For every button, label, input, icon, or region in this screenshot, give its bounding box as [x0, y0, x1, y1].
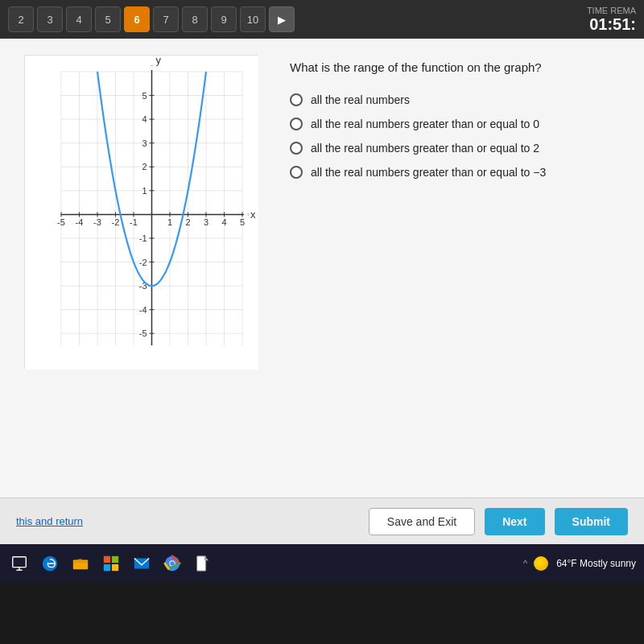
taskbar-system-tray: ^ 64°F Mostly sunny: [523, 556, 636, 571]
option-3-text: all the real numbers greater than or equ…: [311, 142, 539, 155]
main-content: What is the range of the function on the…: [0, 39, 644, 497]
next-tab-arrow[interactable]: ▶: [269, 6, 295, 32]
timer-label: TIME REMA: [587, 6, 636, 15]
taskbar-file-explorer-icon[interactable]: [69, 552, 92, 575]
next-button[interactable]: Next: [485, 508, 544, 535]
taskbar: ^ 64°F Mostly sunny: [0, 544, 644, 583]
radio-3[interactable]: [290, 142, 303, 155]
question-tabs: 2 3 4 5 6 7 8 9 10 ▶: [8, 6, 295, 32]
tab-4[interactable]: 4: [66, 6, 92, 32]
tab-7[interactable]: 7: [153, 6, 179, 32]
tab-9[interactable]: 9: [211, 6, 237, 32]
tab-2[interactable]: 2: [8, 6, 34, 32]
option-2[interactable]: all the real numbers greater than or equ…: [290, 118, 620, 130]
option-4-text: all the real numbers greater than or equ…: [311, 166, 546, 179]
taskbar-file-icon[interactable]: [192, 552, 214, 575]
svg-rect-7: [104, 564, 110, 571]
tab-8[interactable]: 8: [182, 6, 208, 32]
option-3[interactable]: all the real numbers greater than or equ…: [290, 142, 620, 155]
taskbar-edge-icon[interactable]: [39, 552, 61, 575]
option-4[interactable]: all the real numbers greater than or equ…: [290, 166, 620, 179]
radio-1[interactable]: [290, 93, 303, 106]
svg-rect-4: [73, 559, 88, 569]
radio-2[interactable]: [290, 118, 303, 130]
function-graph: [25, 56, 258, 369]
graph-area: [24, 55, 274, 481]
svg-rect-0: [13, 557, 27, 568]
svg-rect-8: [112, 564, 118, 571]
taskbar-mail-icon[interactable]: [130, 552, 153, 575]
taskbar-desktop-icon[interactable]: [8, 552, 31, 575]
taskbar-chrome-icon[interactable]: [161, 552, 184, 575]
bottom-buttons: Save and Exit Next Submit: [369, 508, 628, 535]
answer-options: all the real numbers all the real number…: [290, 93, 620, 179]
option-2-text: all the real numbers greater than or equ…: [311, 118, 539, 130]
taskbar-ms-store-icon[interactable]: [100, 552, 122, 575]
top-navigation-bar: 2 3 4 5 6 7 8 9 10 ▶ TIME REMA 01:51:: [0, 0, 644, 39]
skip-link[interactable]: this and return: [16, 515, 83, 527]
option-1[interactable]: all the real numbers: [290, 93, 620, 106]
option-1-text: all the real numbers: [311, 93, 410, 106]
weather-text: 64°F Mostly sunny: [556, 558, 636, 569]
question-text: What is the range of the function on the…: [290, 59, 620, 76]
submit-button[interactable]: Submit: [555, 508, 628, 535]
tab-3[interactable]: 3: [37, 6, 63, 32]
tab-6[interactable]: 6: [124, 6, 150, 32]
save-exit-button[interactable]: Save and Exit: [369, 508, 475, 535]
weather-icon: [534, 556, 548, 571]
svg-rect-5: [104, 556, 110, 563]
graph-paper: [24, 55, 258, 369]
radio-4[interactable]: [290, 166, 303, 179]
tab-10[interactable]: 10: [240, 6, 266, 32]
bottom-bar: this and return Save and Exit Next Submi…: [0, 497, 644, 544]
timer-value: 01:51:: [587, 15, 636, 34]
svg-rect-6: [112, 556, 118, 563]
timer-section: TIME REMA 01:51:: [587, 6, 636, 34]
tab-5[interactable]: 5: [95, 6, 121, 32]
question-area: What is the range of the function on the…: [290, 55, 620, 481]
